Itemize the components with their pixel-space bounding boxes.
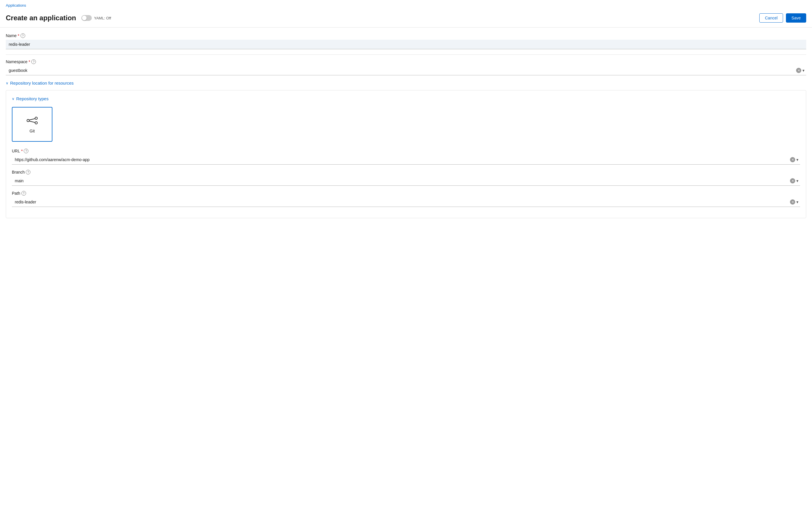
namespace-clear-icon[interactable]: ✕ [796,68,801,73]
url-clear-icon[interactable]: ✕ [790,157,795,162]
repo-section-box: ∨ Repository types Git [6,90,806,218]
cancel-button[interactable]: Cancel [759,13,783,23]
git-repo-type-label: Git [30,129,35,133]
namespace-input[interactable] [6,66,796,75]
repo-location-toggle[interactable]: ∨ Repository location for resources [6,81,806,85]
path-help-icon[interactable]: ? [22,191,26,196]
namespace-select-wrapper: ✕ ▾ [6,66,806,75]
url-select-actions: ✕ ▾ [790,157,800,162]
name-label-text: Name [6,33,17,38]
branch-input[interactable] [12,176,790,186]
path-clear-icon[interactable]: ✕ [790,199,795,205]
name-label: Name * ? [6,33,806,38]
applications-breadcrumb-link[interactable]: Applications [6,3,26,7]
branch-clear-icon[interactable]: ✕ [790,178,795,183]
branch-form-group: Branch ? ✕ ▾ [12,170,800,186]
repo-types-toggle[interactable]: ∨ Repository types [12,96,800,101]
repo-location-chevron-icon: ∨ [6,81,8,85]
page-header-left: Create an application YAML: Off [6,14,111,22]
git-icon [25,115,39,126]
svg-point-2 [35,122,37,124]
form-content: Name * ? Namespace * ? ✕ ▾ [0,28,812,224]
url-label: URL * ? [12,149,800,153]
page-wrapper: Applications Create an application YAML:… [0,0,812,224]
svg-line-3 [29,119,35,120]
namespace-select-actions: ✕ ▾ [796,68,806,73]
path-input[interactable] [12,197,790,207]
repo-types-chevron-icon: ∨ [12,97,14,101]
page-title: Create an application [6,14,76,22]
url-form-group: URL * ? ✕ ▾ [12,149,800,165]
svg-point-1 [35,117,37,119]
name-input[interactable] [6,40,806,49]
namespace-label-text: Namespace [6,59,28,64]
path-chevron-icon[interactable]: ▾ [796,200,799,204]
repo-location-label: Repository location for resources [10,81,73,85]
branch-label-text: Branch [12,170,25,174]
branch-help-icon[interactable]: ? [26,170,30,174]
url-required-star: * [21,149,23,153]
namespace-required-star: * [29,59,30,64]
yaml-toggle[interactable] [81,15,92,21]
name-form-group: Name * ? [6,33,806,49]
branch-chevron-icon[interactable]: ▾ [796,178,799,183]
path-select-actions: ✕ ▾ [790,199,800,205]
url-help-icon[interactable]: ? [24,149,28,153]
url-chevron-icon[interactable]: ▾ [796,157,799,162]
yaml-toggle-wrapper: YAML: Off [81,15,111,21]
path-form-group: Path ? ✕ ▾ [12,191,800,207]
svg-point-0 [27,119,29,122]
breadcrumb: Applications [0,0,812,10]
path-label-text: Path [12,191,20,196]
svg-line-4 [29,121,35,122]
toggle-knob [82,16,87,20]
git-repo-type-card[interactable]: Git [12,107,53,142]
branch-label: Branch ? [12,170,800,174]
repo-type-cards: Git [12,107,800,142]
namespace-help-icon[interactable]: ? [31,59,36,64]
save-button[interactable]: Save [786,13,806,23]
repo-types-label: Repository types [16,96,49,101]
url-select-wrapper: ✕ ▾ [12,155,800,165]
branch-select-wrapper: ✕ ▾ [12,176,800,186]
path-select-wrapper: ✕ ▾ [12,197,800,207]
namespace-chevron-icon[interactable]: ▾ [803,68,805,73]
url-input[interactable] [12,155,790,164]
path-label: Path ? [12,191,800,196]
namespace-form-group: Namespace * ? ✕ ▾ [6,59,806,75]
yaml-label: YAML: Off [94,16,111,20]
name-required-star: * [18,33,19,38]
url-label-text: URL [12,149,20,153]
header-actions: Cancel Save [759,13,806,23]
page-header: Create an application YAML: Off Cancel S… [0,10,812,28]
name-help-icon[interactable]: ? [21,33,25,38]
branch-select-actions: ✕ ▾ [790,178,800,183]
namespace-label: Namespace * ? [6,59,806,64]
